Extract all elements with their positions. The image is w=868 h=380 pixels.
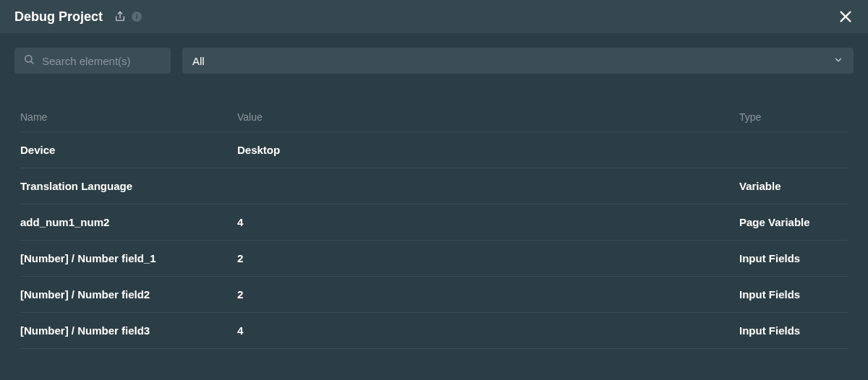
search-input[interactable] — [14, 48, 171, 74]
cell-type: Input Fields — [739, 288, 848, 301]
cell-type: Page Variable — [739, 216, 848, 228]
col-header-value: Value — [237, 111, 739, 123]
table-row[interactable]: [Number] / Number field22Input Fields — [20, 277, 848, 313]
cell-value: 4 — [237, 216, 739, 228]
cell-value: Desktop — [237, 144, 739, 156]
cell-value: 4 — [237, 324, 739, 337]
cell-value: 2 — [237, 288, 739, 301]
chevron-down-icon — [833, 55, 843, 67]
cell-type: Input Fields — [739, 252, 848, 264]
search-wrap — [14, 48, 171, 74]
table-row[interactable]: [Number] / Number field34Input Fields — [20, 313, 848, 349]
cell-name: [Number] / Number field_1 — [20, 252, 237, 264]
filter-dropdown[interactable]: All — [182, 48, 854, 74]
cell-name: add_num1_num2 — [20, 216, 237, 228]
debug-table: Name Value Type DeviceDesktopTranslation… — [0, 74, 868, 349]
col-header-type: Type — [739, 111, 848, 123]
table-row[interactable]: add_num1_num24Page Variable — [20, 204, 848, 241]
close-button[interactable] — [838, 9, 854, 25]
debug-panel: Debug Project i — [0, 0, 868, 380]
cell-type: Input Fields — [739, 324, 848, 337]
share-icon[interactable] — [114, 11, 126, 22]
table-header: Name Value Type — [20, 103, 848, 132]
cell-name: [Number] / Number field3 — [20, 324, 237, 337]
controls-row: All — [0, 33, 868, 74]
cell-type: Variable — [739, 180, 848, 192]
cell-name: [Number] / Number field2 — [20, 288, 237, 301]
table-body: DeviceDesktopTranslation LanguageVariabl… — [20, 132, 848, 349]
cell-name: Device — [20, 144, 237, 156]
table-row[interactable]: Translation LanguageVariable — [20, 168, 848, 204]
table-row[interactable]: DeviceDesktop — [20, 132, 848, 168]
col-header-name: Name — [20, 111, 237, 123]
table-row[interactable]: [Number] / Number field_12Input Fields — [20, 241, 848, 277]
panel-title: Debug Project — [14, 9, 103, 25]
cell-value: 2 — [237, 252, 739, 264]
panel-header: Debug Project i — [0, 0, 868, 33]
cell-name: Translation Language — [20, 180, 237, 192]
filter-selected-label: All — [192, 55, 205, 67]
info-badge[interactable]: i — [132, 12, 142, 22]
